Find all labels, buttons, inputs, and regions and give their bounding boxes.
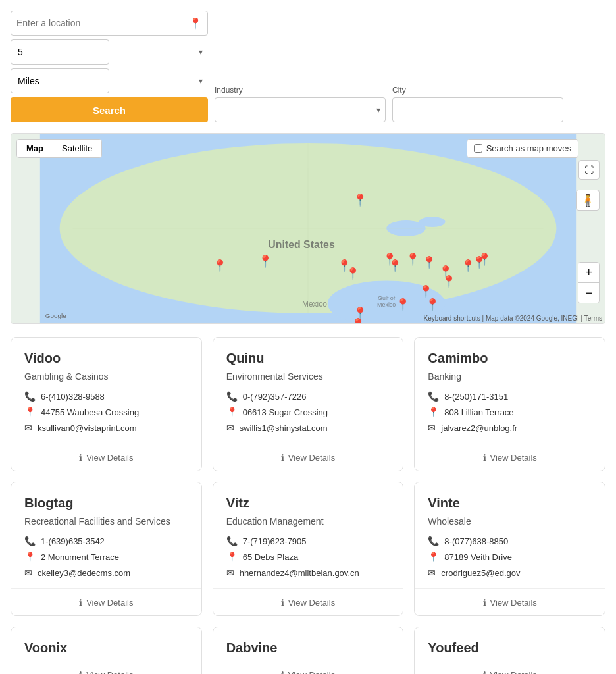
industry-city-row: Industry — ▾ City — [215, 86, 563, 122]
map-pin-icon: 📍 — [428, 552, 439, 562]
card-footer: ℹ View Details — [213, 588, 403, 615]
card-title: Camimbo — [428, 351, 592, 366]
card-phone-row: 📞 0-(792)357-7226 — [226, 391, 390, 402]
unit-arrow-icon: ▾ — [199, 76, 203, 86]
view-details-button[interactable]: ℹ View Details — [281, 453, 335, 463]
card-details: 📞 1-(639)635-3542 📍 2 Monument Terrace ✉… — [24, 536, 188, 578]
industry-select-wrap[interactable]: — ▾ — [215, 97, 386, 122]
card-footer: ℹ View Details — [11, 661, 201, 674]
radius-select-wrap[interactable]: 1 2 5 10 25 50 ▾ — [11, 39, 208, 65]
card-industry: Education Management — [226, 516, 390, 527]
card-address-row: 📍 2 Monument Terrace — [24, 552, 188, 562]
tab-satellite[interactable]: Satellite — [53, 140, 101, 157]
search-button[interactable]: Search — [11, 97, 208, 122]
map-pin-icon: 📍 — [428, 407, 439, 417]
card-title: Vidoo — [24, 351, 188, 366]
view-details-label: View Details — [288, 598, 335, 608]
svg-text:📍: 📍 — [388, 259, 403, 273]
info-icon: ℹ — [79, 598, 82, 608]
info-icon: ℹ — [483, 598, 486, 608]
email-icon: ✉ — [24, 423, 32, 433]
view-details-button[interactable]: ℹ View Details — [79, 453, 133, 463]
map-svg: United States Mexico Gulf of Mexico 📍 📍 … — [11, 134, 605, 323]
card-title: Quinu — [226, 351, 390, 366]
svg-text:📍: 📍 — [477, 252, 492, 267]
view-details-button[interactable]: ℹ View Details — [281, 598, 335, 608]
card-title: Dabvine — [226, 640, 390, 656]
map-zoom-controls: + − — [578, 262, 600, 303]
card-footer: ℹ View Details — [415, 661, 605, 674]
card-phone-row: 📞 8-(077)638-8850 — [428, 536, 592, 546]
tab-map[interactable]: Map — [17, 140, 53, 157]
map-pegman-button[interactable]: 🧍 — [576, 190, 600, 211]
card-title: Youfeed — [428, 640, 592, 656]
view-details-button[interactable]: ℹ View Details — [483, 453, 537, 463]
svg-text:Gulf of: Gulf of — [378, 295, 396, 301]
card-details: 📞 7-(719)623-7905 📍 65 Debs Plaza ✉ hher… — [226, 536, 390, 578]
location-input-wrap[interactable]: 📍 — [11, 11, 208, 36]
map-attribution: Keyboard shortcuts | Map data ©2024 Goog… — [424, 315, 602, 322]
industry-label: Industry — [215, 86, 386, 95]
view-details-button[interactable]: ℹ View Details — [281, 670, 335, 674]
card-address: 65 Debs Plaza — [243, 552, 299, 562]
city-label: City — [392, 86, 563, 95]
info-icon: ℹ — [483, 670, 486, 674]
card-address-row: 📍 06613 Sugar Crossing — [226, 407, 390, 417]
card-footer: ℹ View Details — [11, 444, 201, 471]
card-email: jalvarez2@unblog.fr — [441, 423, 517, 433]
card-item: Voonix ℹ View Details — [11, 627, 202, 674]
phone-icon: 📞 — [428, 536, 439, 546]
radius-select[interactable]: 1 2 5 10 25 50 — [11, 39, 109, 65]
card-title: Vitz — [226, 496, 390, 511]
email-icon: ✉ — [428, 567, 436, 578]
view-details-label: View Details — [490, 453, 537, 463]
map-pin-icon: 📍 — [226, 552, 238, 562]
card-industry: Wholesale — [428, 516, 592, 527]
location-input[interactable] — [16, 18, 189, 28]
svg-text:📍: 📍 — [425, 298, 440, 312]
card-details: 📞 8-(250)171-3151 📍 808 Lillian Terrace … — [428, 391, 592, 433]
card-industry: Gambling & Casinos — [24, 371, 188, 382]
card-footer: ℹ View Details — [415, 588, 605, 615]
fullscreen-icon: ⛶ — [584, 165, 594, 175]
svg-text:📍: 📍 — [213, 259, 228, 273]
card-address-row: 📍 65 Debs Plaza — [226, 552, 390, 562]
phone-icon: 📞 — [24, 391, 36, 402]
svg-text:📍: 📍 — [346, 267, 361, 281]
svg-text:📍: 📍 — [396, 298, 411, 312]
card-title: Blogtag — [24, 496, 188, 511]
card-item: Vidoo Gambling & Casinos 📞 6-(410)328-95… — [11, 337, 202, 471]
card-email-row: ✉ crodriguez5@ed.gov — [428, 567, 592, 578]
map-container[interactable]: United States Mexico Gulf of Mexico 📍 📍 … — [11, 133, 605, 324]
card-item: Blogtag Recreational Facilities and Serv… — [11, 482, 202, 616]
zoom-out-button[interactable]: − — [578, 283, 599, 303]
unit-select[interactable]: Miles Kilometers — [11, 68, 109, 93]
card-phone: 6-(410)328-9588 — [41, 392, 105, 402]
card-address-row: 📍 44755 Waubesa Crossing — [24, 407, 188, 417]
search-as-moves-checkbox[interactable] — [474, 144, 482, 153]
map-fullscreen-button[interactable]: ⛶ — [578, 160, 600, 180]
card-item: Camimbo Banking 📞 8-(250)171-3151 📍 808 … — [414, 337, 605, 471]
view-details-button[interactable]: ℹ View Details — [483, 670, 537, 674]
email-icon: ✉ — [24, 567, 32, 578]
card-email-row: ✉ ksullivan0@vistaprint.com — [24, 423, 188, 433]
view-details-label: View Details — [86, 670, 133, 674]
city-input[interactable] — [392, 97, 563, 122]
card-industry: Environmental Services — [226, 371, 390, 382]
industry-select[interactable]: — — [215, 97, 386, 122]
svg-text:📍: 📍 — [422, 255, 437, 270]
location-pin-icon: 📍 — [189, 17, 202, 30]
card-item: Dabvine ℹ View Details — [213, 627, 404, 674]
pegman-icon: 🧍 — [580, 194, 595, 207]
svg-text:Google: Google — [45, 312, 66, 319]
svg-text:United States: United States — [268, 239, 335, 250]
phone-icon: 📞 — [428, 391, 439, 402]
unit-select-wrap[interactable]: Miles Kilometers ▾ — [11, 68, 208, 93]
zoom-in-button[interactable]: + — [578, 263, 599, 283]
email-icon: ✉ — [226, 567, 234, 578]
search-as-map-moves[interactable]: Search as map moves — [467, 139, 578, 158]
info-icon: ℹ — [281, 598, 284, 608]
view-details-button[interactable]: ℹ View Details — [79, 670, 133, 674]
view-details-button[interactable]: ℹ View Details — [79, 598, 133, 608]
view-details-button[interactable]: ℹ View Details — [483, 598, 537, 608]
